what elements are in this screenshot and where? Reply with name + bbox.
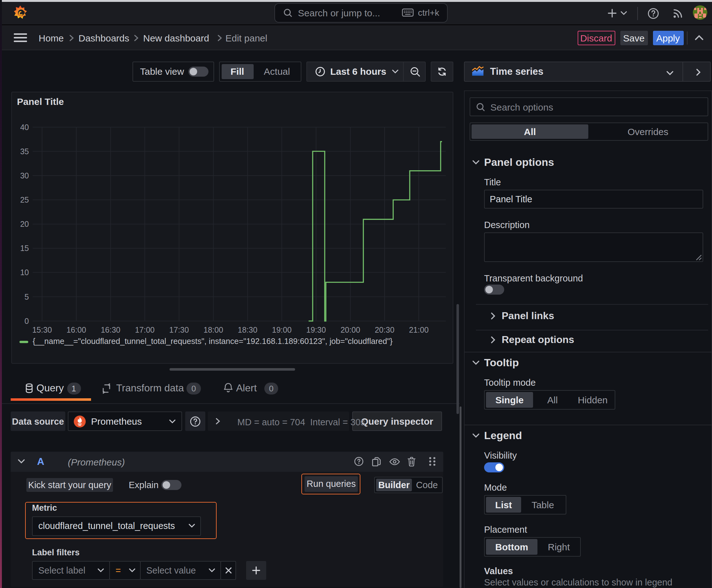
svg-text:16:30: 16:30: [101, 325, 121, 334]
svg-text:17:30: 17:30: [169, 325, 189, 334]
svg-text:Panel Title: Panel Title: [17, 96, 64, 106]
svg-text:25: 25: [20, 195, 29, 204]
svg-text:15: 15: [20, 244, 29, 252]
svg-text:20:30: 20:30: [375, 325, 395, 334]
svg-text:{__name__="cloudflared_tunnel_: {__name__="cloudflared_tunnel_total_requ…: [33, 336, 393, 345]
svg-text:21:00: 21:00: [409, 325, 429, 334]
svg-text:18:30: 18:30: [238, 325, 257, 334]
svg-text:0: 0: [24, 316, 29, 325]
svg-text:35: 35: [20, 147, 29, 155]
svg-text:20:00: 20:00: [341, 325, 360, 334]
svg-text:10: 10: [20, 268, 29, 276]
svg-text:19:30: 19:30: [306, 325, 326, 334]
svg-text:40: 40: [20, 123, 29, 131]
svg-text:20: 20: [20, 219, 29, 228]
svg-text:19:00: 19:00: [272, 325, 292, 334]
svg-text:16:00: 16:00: [67, 325, 86, 334]
svg-text:30: 30: [20, 171, 29, 180]
svg-text:5: 5: [24, 292, 29, 301]
svg-text:15:30: 15:30: [33, 325, 52, 334]
svg-text:17:00: 17:00: [135, 325, 155, 334]
svg-text:18:00: 18:00: [203, 325, 223, 334]
